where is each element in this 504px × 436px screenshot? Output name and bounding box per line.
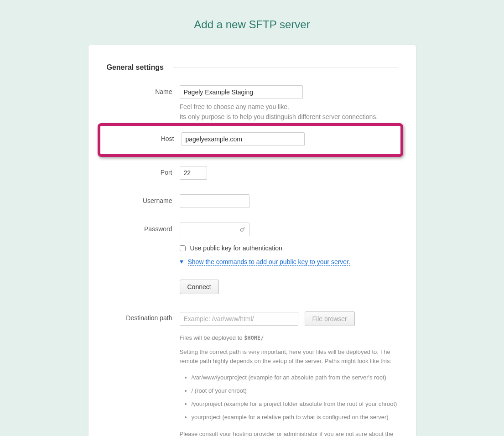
destination-row: Destination path File browser Files will… — [107, 311, 398, 436]
pubkey-checkbox[interactable] — [180, 245, 186, 251]
list-item: /var/www/yourproject (example for an abs… — [192, 374, 398, 381]
path-examples-list: /var/www/yourproject (example for an abs… — [180, 374, 398, 420]
host-row-wrap: Host — [107, 126, 398, 166]
port-row: Port — [107, 166, 398, 180]
general-settings-header: General settings — [107, 63, 398, 72]
general-settings-label: General settings — [107, 63, 164, 72]
host-input[interactable] — [182, 132, 305, 146]
connect-button[interactable]: Connect — [180, 280, 219, 294]
host-label: Host — [105, 132, 182, 142]
password-label: Password — [107, 223, 180, 233]
destination-input[interactable] — [180, 312, 298, 326]
destination-label: Destination path — [107, 311, 180, 322]
header-divider — [173, 67, 398, 68]
name-row: Name Feel free to choose any name you li… — [107, 85, 398, 121]
name-label: Name — [107, 85, 180, 95]
username-row: Username — [107, 194, 398, 208]
page-title: Add a new SFTP server — [0, 0, 504, 45]
file-browser-button[interactable]: File browser — [305, 311, 355, 326]
pubkey-label: Use public key for authentication — [190, 244, 282, 252]
home-path: $HOME/ — [244, 335, 264, 341]
username-label: Username — [107, 194, 180, 204]
port-input[interactable] — [180, 166, 207, 180]
svg-point-0 — [240, 228, 243, 231]
password-row: Password Use public key for authenticati… — [107, 223, 398, 294]
name-help-2: Its only purpose is to help you distingu… — [180, 113, 398, 122]
key-icon[interactable] — [239, 226, 246, 233]
name-help-1: Feel free to choose any name you like. — [180, 103, 398, 112]
destination-description: Setting the correct path is very importa… — [180, 348, 398, 366]
consult-note: Please consult your hosting provider or … — [180, 430, 398, 436]
list-item: /yourproject (example for a project fold… — [192, 400, 398, 407]
name-input[interactable] — [180, 85, 303, 99]
deploy-note: Files will be deployed to $HOME/ — [180, 334, 398, 341]
username-input[interactable] — [180, 194, 249, 208]
expand-icon[interactable] — [180, 260, 183, 264]
port-label: Port — [107, 166, 180, 176]
list-item: / (root of your chroot) — [192, 387, 398, 394]
list-item: yourproject (example for a relative path… — [192, 414, 398, 420]
show-commands-link[interactable]: Show the commands to add our public key … — [188, 258, 350, 266]
settings-panel: General settings Name Feel free to choos… — [88, 45, 416, 436]
host-highlight-annotation: Host — [98, 123, 403, 157]
